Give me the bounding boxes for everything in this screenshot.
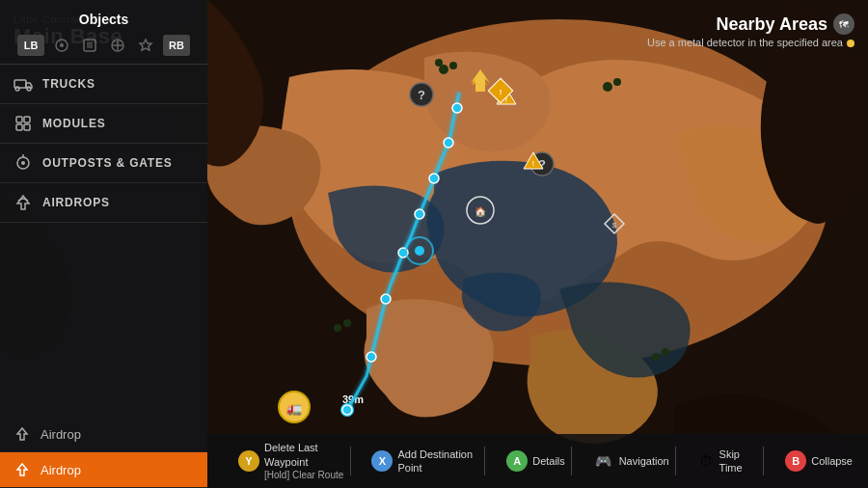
svg-marker-47 xyxy=(140,40,151,50)
svg-point-6 xyxy=(613,78,621,86)
nearby-subtitle: Use a metal detector in the specified ar… xyxy=(647,37,854,48)
sidebar: Objects LB RB TRUCKS xyxy=(0,0,207,488)
hud-divider-3 xyxy=(571,447,572,475)
navigation-text: Navigation xyxy=(619,454,669,468)
hud-navigation: 🎮 Navigation xyxy=(593,450,669,472)
rb-button[interactable]: RB xyxy=(163,35,190,56)
svg-point-4 xyxy=(435,59,443,67)
filter-icon-1 xyxy=(51,35,72,56)
add-destination-text: Add Destination Point xyxy=(397,447,478,475)
filter-icon-2 xyxy=(79,35,100,56)
x-button[interactable]: X xyxy=(371,450,393,472)
svg-text:39m: 39m xyxy=(342,393,364,405)
svg-text:🚛: 🚛 xyxy=(286,400,303,417)
svg-point-29 xyxy=(345,408,349,412)
svg-point-3 xyxy=(449,62,457,69)
hud-add-destination: X Add Destination Point xyxy=(371,447,478,475)
svg-point-5 xyxy=(603,82,612,92)
hud-divider-4 xyxy=(675,447,676,475)
trucks-icon xyxy=(14,74,33,94)
filter-row: LB RB xyxy=(14,35,194,56)
outposts-label: OUTPOSTS & GATES xyxy=(42,156,173,170)
category-trucks[interactable]: TRUCKS xyxy=(0,65,207,104)
bottom-hud: Y Delete Last Waypoint [Hold] Clear Rout… xyxy=(207,434,868,488)
navigation-icon: 🎮 xyxy=(593,450,614,472)
y-button[interactable]: Y xyxy=(238,450,259,472)
sub-airdrop-icon-2 xyxy=(14,461,31,478)
collapse-text: Collapse xyxy=(811,454,853,468)
svg-rect-52 xyxy=(24,117,30,122)
modules-label: MODULES xyxy=(42,117,106,130)
filter-icon-3 xyxy=(107,35,128,56)
sub-items: Airdrop Airdrop xyxy=(0,417,207,488)
svg-point-41 xyxy=(60,43,64,47)
category-airdrops[interactable]: AIRDROPS xyxy=(0,183,207,223)
svg-point-10 xyxy=(662,348,669,356)
hud-divider-1 xyxy=(350,447,351,475)
hud-skip-time: ⏱ Skip Time xyxy=(696,447,757,475)
svg-point-56 xyxy=(21,161,25,165)
filter-icon-4 xyxy=(135,35,156,56)
details-text: Details xyxy=(532,454,565,468)
airdrops-label: AIRDROPS xyxy=(42,196,110,209)
sub-item-airdrop-2[interactable]: Airdrop xyxy=(0,452,207,488)
a-button[interactable]: A xyxy=(506,450,528,472)
skip-time-icon: ⏱ xyxy=(696,450,714,472)
svg-rect-53 xyxy=(16,124,22,130)
b-button[interactable]: B xyxy=(785,450,806,472)
category-modules[interactable]: MODULES xyxy=(0,104,207,144)
airdrops-icon xyxy=(14,193,33,212)
objects-title: Objects xyxy=(14,12,194,27)
sidebar-header: Objects LB RB xyxy=(0,0,207,65)
sub-item-airdrop-1-label: Airdrop xyxy=(41,427,81,442)
svg-rect-43 xyxy=(87,42,93,48)
category-outposts[interactable]: OUTPOSTS & GATES xyxy=(0,144,207,183)
modules-icon xyxy=(14,114,33,133)
sub-airdrop-icon-1 xyxy=(14,425,31,443)
hud-details: A Details xyxy=(506,450,565,472)
category-list: TRUCKS MODULES OUTPOSTS & GATES AIRDROPS xyxy=(0,65,207,417)
hud-delete-waypoint: Y Delete Last Waypoint [Hold] Clear Rout… xyxy=(238,441,344,481)
svg-text:$: $ xyxy=(612,221,617,230)
svg-text:🏠: 🏠 xyxy=(475,205,487,218)
nearby-title: Nearby Areas xyxy=(717,14,827,35)
svg-text:!: ! xyxy=(532,160,534,167)
svg-point-8 xyxy=(343,319,351,327)
hud-divider-5 xyxy=(763,447,764,475)
hud-divider-2 xyxy=(484,447,485,475)
skip-time-text: Skip Time xyxy=(719,447,758,475)
lb-button[interactable]: LB xyxy=(17,35,44,56)
svg-point-9 xyxy=(652,353,660,361)
nearby-icon: 🗺 xyxy=(833,14,854,35)
svg-rect-51 xyxy=(16,117,22,122)
sub-item-airdrop-1[interactable]: Airdrop xyxy=(0,417,207,452)
svg-point-49 xyxy=(15,87,19,91)
svg-point-50 xyxy=(27,87,31,91)
sub-item-airdrop-2-label: Airdrop xyxy=(41,463,81,477)
svg-text:?: ? xyxy=(418,88,425,102)
nearby-areas-panel: Nearby Areas 🗺 Use a metal detector in t… xyxy=(647,14,854,48)
trucks-label: TRUCKS xyxy=(42,77,95,91)
hud-collapse: B Collapse xyxy=(785,450,853,472)
outposts-icon xyxy=(14,153,33,173)
delete-waypoint-text: Delete Last Waypoint [Hold] Clear Route xyxy=(264,441,344,481)
svg-text:!: ! xyxy=(500,88,502,96)
svg-point-7 xyxy=(334,324,341,332)
svg-rect-54 xyxy=(24,124,30,130)
